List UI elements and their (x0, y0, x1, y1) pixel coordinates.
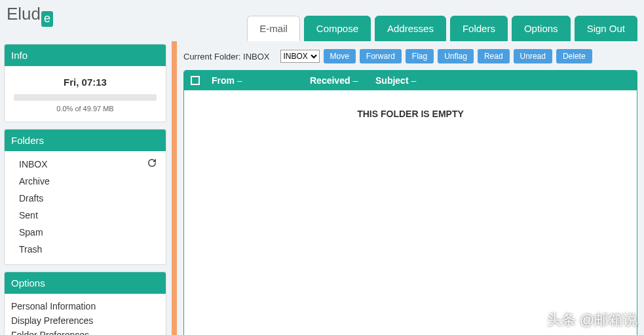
storage-progress (14, 94, 157, 101)
folder-archive[interactable]: Archive (19, 173, 159, 190)
column-from[interactable]: From– (212, 75, 310, 86)
folder-label: Spam (19, 227, 43, 238)
folder-label: Drafts (19, 193, 43, 203)
info-usage: 0.0% of 49.97 MB (11, 105, 159, 116)
option-display-prefs[interactable]: Display Preferences (11, 313, 159, 328)
tab-signout[interactable]: Sign Out (575, 16, 637, 41)
sort-indicator-icon: – (352, 75, 358, 86)
folder-spam[interactable]: Spam (19, 224, 159, 241)
options-panel-title: Options (5, 272, 166, 294)
logo-box: e (41, 11, 53, 27)
info-time: Fri, 07:13 (11, 71, 159, 94)
delete-button[interactable]: Delete (556, 49, 592, 63)
folder-label: Sent (19, 210, 38, 220)
sidebar: Info Fri, 07:13 0.0% of 49.97 MB Folders… (0, 41, 170, 335)
sort-indicator-icon: – (411, 75, 417, 86)
move-button[interactable]: Move (324, 49, 356, 63)
folder-sent[interactable]: Sent (19, 207, 159, 224)
folder-inbox[interactable]: INBOX (19, 155, 159, 173)
logo-text: Elud (7, 4, 41, 24)
folder-label: Archive (19, 176, 50, 186)
select-all-checkbox[interactable] (191, 76, 200, 85)
folder-drafts[interactable]: Drafts (19, 190, 159, 207)
unread-button[interactable]: Unread (514, 49, 552, 63)
folder-trash[interactable]: Trash (19, 241, 159, 258)
mail-toolbar: Current Folder: INBOX INBOX Move Forward… (183, 45, 637, 70)
tab-folders[interactable]: Folders (450, 16, 508, 41)
tab-email[interactable]: E-mail (247, 16, 300, 41)
current-folder-label: Current Folder: INBOX (183, 52, 270, 62)
top-tabs: E-mail Compose Addresses Folders Options… (247, 0, 644, 41)
folders-panel-title: Folders (5, 130, 166, 151)
option-personal-info[interactable]: Personal Information (11, 299, 159, 313)
info-panel: Info Fri, 07:13 0.0% of 49.97 MB (4, 44, 166, 122)
tab-addresses[interactable]: Addresses (375, 16, 446, 41)
column-subject[interactable]: Subject– (375, 75, 416, 86)
flag-button[interactable]: Flag (406, 49, 434, 63)
folder-select[interactable]: INBOX (280, 50, 320, 63)
sort-indicator-icon: – (237, 75, 242, 86)
main-content: Current Folder: INBOX INBOX Move Forward… (181, 41, 644, 335)
options-panel: Options Personal Information Display Pre… (4, 272, 166, 335)
tab-compose[interactable]: Compose (304, 16, 371, 41)
option-folder-prefs[interactable]: Folder Preferences (11, 328, 159, 335)
column-received[interactable]: Received– (310, 75, 375, 86)
folder-label: INBOX (19, 159, 48, 169)
unflag-button[interactable]: Unflag (438, 49, 474, 63)
tab-options[interactable]: Options (512, 16, 571, 41)
read-button[interactable]: Read (478, 49, 510, 63)
forward-button[interactable]: Forward (360, 49, 402, 63)
mail-table-header: From– Received– Subject– (184, 71, 637, 90)
vertical-divider (172, 41, 177, 335)
folders-panel: Folders INBOX Archive Drafts Sent Spam T… (4, 129, 166, 265)
refresh-icon[interactable] (147, 158, 157, 169)
empty-folder-message: THIS FOLDER IS EMPTY (184, 90, 637, 335)
folder-label: Trash (19, 244, 42, 255)
mail-table: From– Received– Subject– THIS FOLDER IS … (183, 70, 637, 335)
logo: Elude (0, 0, 60, 24)
info-panel-title: Info (5, 44, 166, 66)
